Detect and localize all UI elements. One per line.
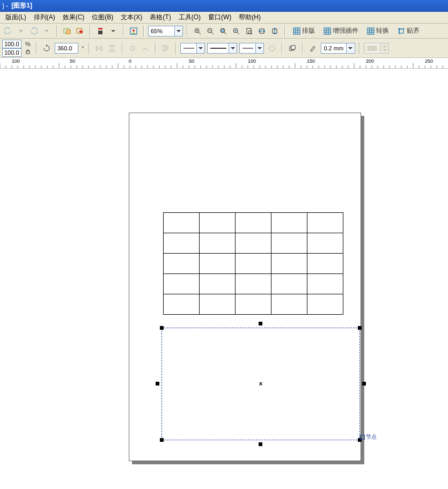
- title-app-suffix: ) -: [2, 2, 8, 10]
- welcome-screen-button[interactable]: [128, 25, 139, 37]
- selected-rectangle[interactable]: × 节点: [161, 328, 360, 440]
- svg-point-21: [248, 31, 252, 34]
- menu-tools[interactable]: 工具(O): [175, 12, 204, 23]
- enhance-plugin-label: 增强插件: [333, 26, 358, 35]
- zoom-level-combo[interactable]: [148, 26, 183, 36]
- svg-text:200: 200: [366, 58, 374, 64]
- svg-rect-47: [163, 46, 166, 51]
- svg-text:0: 0: [129, 58, 131, 64]
- zoom-all-objects-icon[interactable]: [230, 25, 242, 37]
- zoom-in-icon[interactable]: [192, 25, 203, 37]
- separator: [143, 25, 144, 37]
- chevron-down-icon[interactable]: [346, 43, 354, 53]
- svg-point-17: [233, 28, 238, 33]
- zoom-level-input[interactable]: [149, 28, 174, 34]
- zoom-out-icon[interactable]: [204, 25, 216, 37]
- svg-rect-20: [247, 28, 251, 34]
- undo-dropdown[interactable]: [15, 25, 27, 37]
- menu-table[interactable]: 表格(T): [146, 12, 174, 23]
- line-start-combo[interactable]: [180, 43, 205, 54]
- selection-center-icon: ×: [259, 380, 262, 388]
- wrap-text-button[interactable]: [160, 42, 172, 54]
- handle-e[interactable]: [362, 382, 366, 386]
- svg-text:50: 50: [189, 58, 194, 64]
- chevron-down-icon[interactable]: [229, 43, 237, 53]
- path-tool-1[interactable]: [127, 42, 138, 54]
- handle-nw[interactable]: [160, 326, 164, 330]
- chevron-down-icon[interactable]: [174, 26, 182, 36]
- svg-text:100: 100: [248, 58, 256, 64]
- canvas-area[interactable]: × 节点: [0, 72, 448, 489]
- separator: [56, 25, 57, 37]
- outline-width-combo[interactable]: [321, 43, 355, 54]
- zoom-page-width-icon[interactable]: [256, 25, 268, 37]
- menu-arrange[interactable]: 排列(A): [31, 12, 58, 23]
- svg-point-54: [269, 46, 275, 51]
- app-launcher-button[interactable]: [94, 25, 106, 37]
- separator: [359, 42, 360, 54]
- rotation-input[interactable]: [55, 45, 78, 51]
- typeset-button[interactable]: 排版: [289, 25, 319, 37]
- degree-label: °: [80, 45, 85, 51]
- menu-window[interactable]: 窗口(W): [205, 12, 234, 23]
- snap-button[interactable]: 贴齐: [394, 25, 426, 37]
- handle-n[interactable]: [259, 322, 262, 325]
- chevron-down-icon[interactable]: [255, 43, 263, 53]
- handle-s[interactable]: [259, 442, 262, 446]
- rotation-input-wrap[interactable]: [55, 43, 78, 54]
- mirror-h-button[interactable]: [93, 42, 105, 54]
- mirror-v-button[interactable]: [106, 42, 118, 54]
- svg-rect-2: [77, 28, 82, 33]
- to-front-button[interactable]: [287, 42, 298, 54]
- scale-controls: [2, 40, 21, 57]
- separator: [302, 42, 303, 54]
- import-button[interactable]: [61, 25, 73, 37]
- menu-bitmap[interactable]: 位图(B): [89, 12, 116, 23]
- svg-rect-3: [98, 28, 102, 29]
- svg-rect-0: [64, 28, 69, 33]
- lock-ratio-button[interactable]: [24, 47, 32, 56]
- export-button[interactable]: [74, 25, 86, 37]
- title-document-name: [图形1]: [11, 1, 32, 10]
- handle-w[interactable]: [156, 382, 159, 386]
- menu-effects[interactable]: 效果(C): [60, 12, 88, 23]
- separator: [282, 42, 283, 54]
- separator: [187, 25, 188, 37]
- grid-icon: [293, 27, 300, 35]
- handle-ne[interactable]: [358, 326, 362, 330]
- app-launcher-dropdown[interactable]: [107, 25, 119, 37]
- redo-dropdown[interactable]: [41, 25, 53, 37]
- snap-label: 贴齐: [407, 26, 420, 35]
- svg-text:50: 50: [70, 58, 75, 64]
- page[interactable]: × 节点: [129, 113, 361, 461]
- rotate-icon: [41, 42, 53, 54]
- redo-button[interactable]: [28, 25, 40, 37]
- svg-rect-42: [399, 29, 403, 33]
- svg-point-46: [130, 46, 135, 50]
- zoom-page-icon[interactable]: [243, 25, 255, 37]
- property-bar: % °: [0, 39, 448, 58]
- svg-rect-23: [260, 29, 264, 33]
- path-tool-2[interactable]: [139, 42, 151, 54]
- scale-y-input[interactable]: [2, 48, 21, 57]
- grid-object[interactable]: [163, 212, 343, 315]
- convert-button[interactable]: 转换: [363, 25, 393, 37]
- ruler-horizontal[interactable]: 10050050100150200250: [0, 58, 448, 69]
- menu-help[interactable]: 帮助(H): [236, 12, 264, 23]
- line-end-combo[interactable]: [239, 43, 264, 54]
- menu-layout[interactable]: 版面(L): [2, 12, 30, 23]
- line-style-combo[interactable]: [207, 43, 237, 54]
- separator: [123, 25, 124, 37]
- menu-text[interactable]: 文本(X): [117, 12, 145, 23]
- scale-x-input[interactable]: [2, 40, 21, 48]
- zoom-page-height-icon[interactable]: [269, 25, 281, 37]
- outline-width-input[interactable]: [321, 45, 346, 51]
- chevron-down-icon[interactable]: [196, 43, 204, 53]
- line-options-button[interactable]: [266, 42, 278, 54]
- zoom-selection-icon[interactable]: [217, 25, 229, 37]
- svg-text:250: 250: [425, 58, 433, 64]
- handle-sw[interactable]: [160, 438, 164, 442]
- undo-button[interactable]: [2, 25, 14, 37]
- svg-line-15: [224, 32, 226, 34]
- enhance-plugin-button[interactable]: 增强插件: [320, 25, 362, 37]
